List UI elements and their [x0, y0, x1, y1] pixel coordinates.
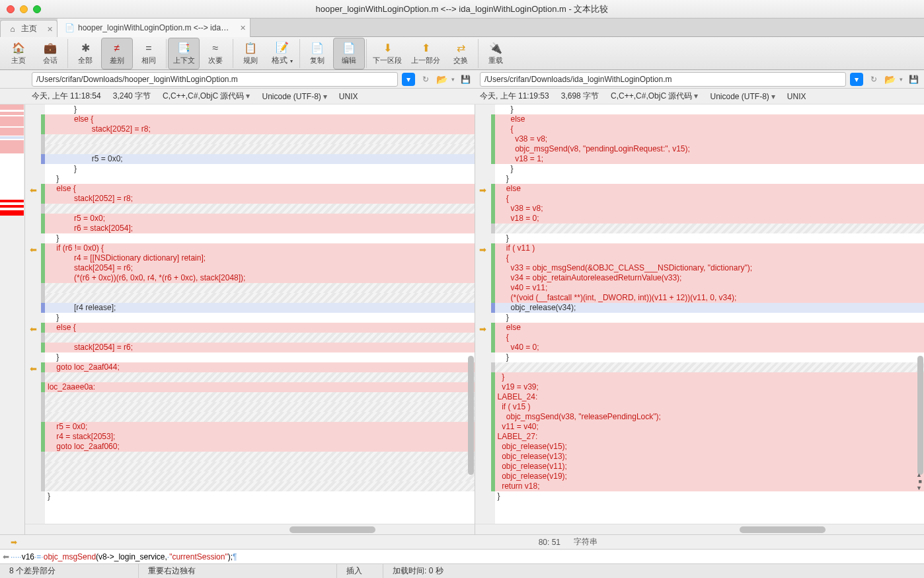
code-line: else [495, 323, 925, 333]
same-button[interactable]: =相同 [133, 38, 165, 69]
home-button[interactable]: 🏠主页 [3, 38, 34, 69]
minimize-window-button[interactable] [20, 5, 28, 13]
asterisk-icon: ✱ [78, 42, 93, 55]
close-tab-icon[interactable]: ✕ [240, 24, 246, 32]
left-code[interactable]: } else { stack[2052] = r8; r5 = 0x0; } }… [45, 104, 475, 524]
diff-arrow-icon[interactable]: ➡ [475, 324, 491, 334]
dropdown-button[interactable]: ▾ [402, 73, 415, 86]
copy-icon: 📄 [310, 42, 325, 55]
code-line: else { [45, 323, 475, 333]
code-line [45, 372, 475, 382]
next-section-button[interactable]: ⬇下一区段 [368, 38, 406, 69]
close-tab-icon[interactable]: ✕ [47, 24, 53, 33]
code-line: stack[2054] = r6; [45, 343, 475, 352]
separator [67, 39, 68, 68]
code-line: (*(void (__fastcall **)(int, _DWORD, int… [495, 293, 925, 303]
cursor-position: 80: 51 [532, 538, 567, 547]
rules-button[interactable]: 📋规则 [235, 38, 266, 69]
dropdown-button[interactable]: ▾ [850, 73, 863, 86]
code-line [45, 402, 475, 412]
chevron-down-icon: ▾ [323, 92, 327, 101]
save-button[interactable]: 💾 [459, 73, 472, 86]
code-line [495, 224, 925, 233]
all-button[interactable]: ✱全部 [69, 38, 101, 69]
right-lang-select[interactable]: C,C++,C#,ObjC 源代码▾ [611, 91, 698, 102]
separator [366, 39, 367, 68]
code-line: if (r6 != 0x0) { [45, 243, 475, 253]
chevron-down-icon: ▾ [771, 92, 775, 101]
right-code[interactable]: } else { v38 = v8; objc_msgSend(v8, "pen… [495, 104, 925, 524]
arrow-right-icon[interactable]: ➡ [11, 538, 17, 547]
left-file-path[interactable]: /Users/crifan/Downloads/hooper_loginWith… [32, 72, 398, 87]
session-button[interactable]: 💼会话 [34, 38, 66, 69]
chevron-down-icon: ▾ [855, 75, 859, 84]
left-hscroll[interactable] [25, 524, 475, 534]
code-line: v18 = 1; [495, 154, 925, 164]
overview-gutter[interactable] [0, 104, 25, 534]
right-hscroll[interactable] [475, 524, 925, 534]
copy-button[interactable]: 📄复制 [301, 38, 333, 69]
save-button[interactable]: 💾 [907, 73, 920, 86]
arrow-left-icon[interactable]: ⬅ [3, 552, 9, 561]
reload-button[interactable]: 🔌重载 [480, 38, 512, 69]
code-line [45, 283, 475, 293]
tab-home[interactable]: ⌂ 主页 ✕ [0, 20, 58, 37]
code-line: else { [45, 184, 475, 194]
prev-section-button[interactable]: ⬆上一部分 [406, 38, 445, 69]
tab-label: hooper_loginWithLoginOption.m <--> ida_l… [78, 23, 230, 32]
approx-icon: ≈ [208, 42, 223, 55]
diff-arrow-icon[interactable]: ⬅ [25, 185, 41, 195]
chevron-down-icon: ▾ [246, 91, 250, 101]
diff-arrow-icon[interactable]: ⬅ [25, 324, 41, 334]
diff-button[interactable]: ≠差别 [101, 38, 133, 69]
left-size: 3,240 字节 [113, 91, 151, 102]
refresh-button[interactable]: ↻ [867, 73, 880, 86]
code-line [45, 481, 475, 491]
code-line: v18 = 0; [495, 214, 925, 224]
secondary-button[interactable]: ≈次要 [200, 38, 231, 69]
save-icon: 💾 [909, 75, 919, 84]
zoom-window-button[interactable] [33, 5, 41, 13]
current-line-display[interactable]: ⬅ ·····v16·=·objc_msgSend(v8->_login_ser… [0, 549, 924, 563]
diff-arrow-icon[interactable]: ⬅ [25, 364, 41, 374]
left-vscroll[interactable] [466, 104, 474, 522]
reload-icon: 🔌 [488, 42, 503, 55]
right-encoding-select[interactable]: Unicode (UTF-8)▾ [710, 92, 775, 101]
edit-button[interactable]: 📄编辑 [333, 38, 365, 69]
diff-arrow-icon[interactable]: ➡ [475, 245, 491, 255]
context-icon: 📑 [176, 42, 191, 55]
code-line: r5 = 0x0; [45, 422, 475, 432]
context-button[interactable]: 📑上下文 [168, 38, 200, 69]
code-line [45, 462, 475, 472]
tab-compare[interactable]: 📄 hooper_loginWithLoginOption.m <--> ida… [58, 19, 250, 37]
code-line [45, 452, 475, 462]
right-arrow-gutter: ➡➡➡ [475, 104, 491, 524]
right-eol: UNIX [787, 92, 806, 101]
code-line: objc_release(v15); [495, 442, 925, 452]
close-window-button[interactable] [7, 5, 15, 13]
code-line [45, 472, 475, 481]
right-file-path[interactable]: /Users/crifan/Downloads/ida_loginWithLog… [480, 72, 846, 87]
code-line [45, 144, 475, 154]
left-meta: 今天, 上午 11:18:54 3,240 字节 C,C++,C#,ObjC 源… [28, 91, 476, 102]
diff-count: 8 个差异部分 [0, 564, 139, 578]
diff-arrow-icon[interactable]: ⬅ [25, 245, 41, 255]
folder-icon[interactable]: 📂 [436, 74, 447, 85]
equal-icon: = [141, 42, 156, 55]
folder-icon[interactable]: 📂 [884, 74, 896, 85]
chevron-down-icon: ▾ [406, 75, 410, 84]
left-encoding-select[interactable]: Unicode (UTF-8)▾ [262, 92, 327, 101]
code-line [45, 204, 475, 214]
code-line: stack[2052] = r8; [45, 124, 475, 134]
right-vscroll[interactable]: ▲■▼ [915, 104, 923, 522]
refresh-button[interactable]: ↻ [419, 73, 432, 86]
code-line: stack[2052] = r8; [45, 194, 475, 204]
code-line: } [45, 491, 475, 501]
diff-arrow-icon[interactable]: ➡ [475, 185, 491, 195]
refresh-icon: ↻ [870, 75, 877, 84]
code-line: r4 = stack[2053]; [45, 432, 475, 442]
swap-button[interactable]: ⇄交换 [445, 38, 477, 69]
format-button[interactable]: 📝格式 ▾ [266, 38, 298, 69]
left-lang-select[interactable]: C,C++,C#,ObjC 源代码▾ [163, 91, 250, 102]
edit-mode: 插入 [337, 564, 383, 578]
